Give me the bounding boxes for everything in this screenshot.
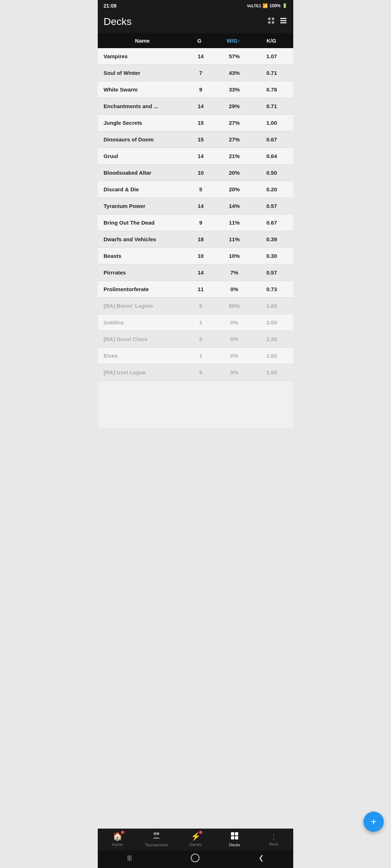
deck-win-rate: 20% [216,186,253,192]
deck-kg: 2.00 [253,319,290,326]
deck-games: 14 [186,153,216,159]
header-wg: W/G↑ [214,38,252,44]
nav-decks[interactable]: Decks [215,831,254,847]
deck-name: Jungle Secrets [101,120,186,126]
deck-name: Goblins [101,319,186,326]
svg-rect-15 [235,836,238,839]
deck-games: 14 [186,269,216,276]
nav-games-label: Games [189,842,202,847]
svg-rect-9 [281,22,282,24]
deck-name: Dinosaurs of Doom [101,136,186,142]
deck-win-rate: 20% [216,170,253,176]
deck-games: 5 [186,369,216,375]
deck-games: 9 [186,220,216,226]
battery-text: 100% [269,3,281,8]
deck-kg: 1.07 [253,53,290,59]
header-name: Name [101,38,184,44]
games-icon: ⚡ [191,832,201,841]
more-icon: ⋮ [270,832,278,841]
table-row[interactable]: Vampires 14 57% 1.07 [98,48,293,65]
deck-kg: 0.64 [253,153,290,159]
deck-win-rate: 11% [216,236,253,242]
svg-rect-1 [272,18,274,20]
deck-name: Elves [101,353,186,359]
nav-more-label: More [269,842,278,846]
table-row[interactable]: Dwarfs and Vehicles 18 11% 0.39 [98,231,293,248]
deck-win-rate: 57% [216,53,253,59]
deck-name: Tyranium Power [101,203,186,209]
deck-games: 15 [186,120,216,126]
deck-win-rate: 60% [216,303,253,309]
deck-kg: 0.71 [253,103,290,109]
deck-kg: 0.67 [253,220,290,226]
table-row[interactable]: Pirrrates 14 7% 0.57 [98,264,293,281]
deck-name: Prolimentorferate [101,286,186,292]
status-right: VoLTE1 📶 100% 🔋 [247,3,287,8]
deck-name: Pirrrates [101,269,186,276]
decks-table: Name G W/G↑ K/G Vampires 14 57% 1.07 Sou… [98,33,293,428]
table-row[interactable]: Soul of Winter 7 43% 0.71 [98,65,293,81]
table-row[interactable]: [RA] Izzet Legue 5 0% 1.00 [98,364,293,381]
header-g: G [184,38,215,44]
home-button[interactable] [191,854,199,862]
deck-win-rate: 33% [216,86,253,93]
nav-tournaments[interactable]: Tournaments [137,831,176,847]
svg-point-10 [154,832,156,835]
deck-win-rate: 11% [216,220,253,226]
deck-name: Vampires [101,53,186,59]
table-row[interactable]: Elves 1 0% 1.60 [98,348,293,364]
battery-icon: 🔋 [282,3,287,8]
deck-kg: 0.50 [253,170,290,176]
deck-name: Beasts [101,253,186,259]
header-kg: K/G [252,38,290,44]
list-view-button[interactable] [279,17,287,27]
table-row[interactable]: Goblins 1 0% 2.00 [98,314,293,331]
recents-button[interactable]: ||| [127,855,131,861]
deck-win-rate: 27% [216,136,253,142]
table-row[interactable]: Bring Out The Dead 9 11% 0.67 [98,214,293,231]
table-row[interactable]: Discard & Die 5 20% 0.20 [98,181,293,198]
deck-name: Bring Out The Dead [101,220,186,226]
nav-games[interactable]: ⚡ Games [176,832,215,847]
deck-kg: 0.57 [253,203,290,209]
header: Decks [98,12,293,33]
deck-win-rate: 43% [216,70,253,76]
deck-kg: 1.60 [253,353,290,359]
deck-win-rate: 0% [216,336,253,342]
table-row[interactable]: Tyranium Power 14 14% 0.57 [98,198,293,214]
grid-view-button[interactable] [267,17,275,27]
nav-more[interactable]: ⋮ More [254,832,293,846]
table-row[interactable]: Dinosaurs of Doom 15 27% 0.67 [98,131,293,148]
page-title: Decks [104,16,132,27]
table-rows: Vampires 14 57% 1.07 Soul of Winter 7 43… [98,48,293,381]
table-row[interactable]: Enchantments and ... 14 29% 0.71 [98,98,293,115]
back-button[interactable]: ❮ [258,854,264,862]
deck-games: 5 [186,186,216,192]
table-row[interactable]: Bloodsoaked Altar 10 20% 0.50 [98,165,293,181]
deck-name: [RA] Izzet Legue [101,369,186,375]
deck-kg: 0.57 [253,269,290,276]
nav-home[interactable]: 🏠 Home [98,832,137,847]
table-row[interactable]: Beasts 10 10% 0.30 [98,248,293,264]
table-row[interactable]: [RA] Gruul Clans 5 0% 1.20 [98,331,293,348]
deck-win-rate: 10% [216,253,253,259]
svg-rect-0 [268,18,270,20]
deck-name: Soul of Winter [101,70,186,76]
decks-icon [230,831,239,842]
svg-rect-12 [231,832,234,835]
deck-name: [RA] Boros' Legion [101,303,186,309]
table-row[interactable]: Jungle Secrets 15 27% 1.00 [98,115,293,131]
nav-home-label: Home [112,842,122,847]
deck-win-rate: 0% [216,286,253,292]
svg-point-11 [156,832,159,835]
table-row[interactable]: White Swarm 9 33% 0.78 [98,81,293,98]
deck-name: [RA] Gruul Clans [101,336,186,342]
deck-kg: 0.73 [253,286,290,292]
signal-bars: 📶 [262,3,268,8]
deck-games: 1 [186,319,216,326]
table-row[interactable]: Gruul 14 21% 0.64 [98,148,293,165]
deck-kg: 0.20 [253,186,290,192]
table-row[interactable]: [RA] Boros' Legion 5 60% 1.60 [98,298,293,314]
deck-name: Gruul [101,153,186,159]
table-row[interactable]: Prolimentorferate 11 0% 0.73 [98,281,293,298]
